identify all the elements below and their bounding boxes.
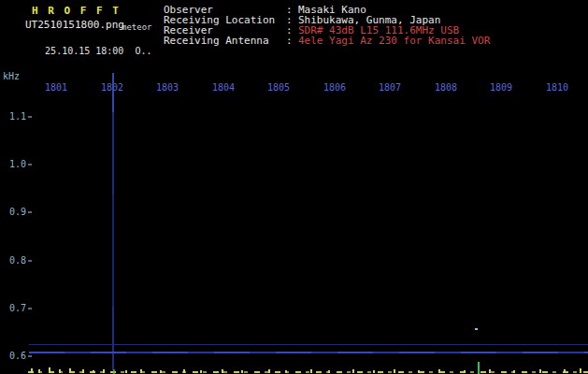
time-tick-label: 1807 [379, 82, 401, 93]
meter-tick [580, 368, 581, 373]
info-label: Receiving Antenna [164, 36, 286, 46]
meter-tick [241, 370, 243, 373]
meter-tick [103, 369, 105, 373]
station-id: meteor [122, 22, 152, 32]
meter-tick [160, 370, 162, 373]
meter-tick [489, 369, 491, 373]
meter-tick [222, 369, 223, 373]
carrier-line-bright [29, 352, 588, 353]
freq-tick-mark [28, 308, 32, 309]
time-tick-label: 1803 [156, 82, 179, 93]
meter-tick [140, 369, 142, 373]
output-filename: UT2510151800.png [25, 19, 124, 31]
meter-tick [513, 370, 515, 373]
time-tick-label: 1805 [267, 82, 290, 93]
date-line: 25.10.15 18:00O.. [22, 36, 151, 66]
observation-info: Observer : Masaki Kano Receiving Locatio… [164, 5, 490, 46]
meter-tick [285, 370, 287, 373]
meter-tick [49, 367, 50, 373]
signal-level-meter [0, 365, 588, 374]
app-title: H R O F F T [32, 5, 121, 17]
echo-dot [475, 328, 478, 330]
meter-tick [394, 369, 395, 373]
meter-baseline [28, 371, 588, 373]
meter-green-spike-small [113, 369, 115, 374]
meter-tick [564, 369, 566, 373]
file-line: UT2510151800.pngmeteor [25, 19, 151, 31]
meter-tick [464, 370, 466, 373]
freq-tick-mark [28, 211, 32, 213]
info-value: 4ele Yagi Az 230 for Kansai VOR [298, 36, 490, 46]
meter-tick [200, 370, 202, 373]
meter-tick [93, 370, 94, 373]
time-tick-label: 1809 [490, 82, 512, 93]
meter-tick [328, 370, 330, 373]
meter-tick [125, 370, 127, 373]
hrofft-output-image: H R O F F T UT2510151800.pngmeteor 25.10… [0, 0, 588, 374]
freq-tick-mark [28, 355, 32, 357]
freq-tick-label: 0.7 [2, 303, 26, 313]
meter-green-spike [478, 362, 480, 374]
meter-tick [31, 368, 33, 373]
time-tick-label: 1801 [45, 82, 67, 93]
info-row-antenna: Receiving Antenna : 4ele Yagi Az 230 for… [164, 36, 490, 46]
time-tick-label: 1804 [212, 82, 235, 93]
meter-tick [183, 369, 185, 373]
freq-tick-label: 0.6 [2, 351, 26, 361]
meter-tick [352, 369, 354, 373]
time-tick-label: 1806 [323, 82, 346, 93]
meter-tick [373, 370, 375, 373]
counter-text: O.. [135, 46, 151, 56]
meter-tick [310, 369, 312, 373]
freq-tick-label: 0.8 [2, 255, 26, 266]
freq-tick-mark [28, 116, 32, 118]
meter-tick [82, 369, 84, 373]
meter-tick [268, 369, 270, 373]
freq-axis-unit: kHz [3, 71, 20, 81]
meter-tick [418, 370, 420, 373]
info-separator: : [286, 36, 298, 46]
meter-tick [38, 369, 40, 373]
meter-tick [69, 368, 71, 373]
time-tick-label: 1810 [546, 82, 568, 93]
interference-streak [112, 73, 114, 370]
meter-tick [59, 369, 61, 373]
freq-tick-mark [28, 260, 32, 262]
time-tick-label: 1808 [435, 82, 457, 93]
obs-datetime: 25.10.15 18:00 [45, 46, 123, 56]
carrier-line-faint [29, 344, 588, 345]
meter-tick [438, 369, 440, 373]
freq-tick-label: 1.0 [2, 159, 26, 169]
freq-tick-mark [28, 164, 32, 165]
freq-tick-label: 0.9 [2, 207, 26, 217]
meter-tick [539, 369, 541, 373]
freq-tick-label: 1.1 [2, 111, 26, 122]
